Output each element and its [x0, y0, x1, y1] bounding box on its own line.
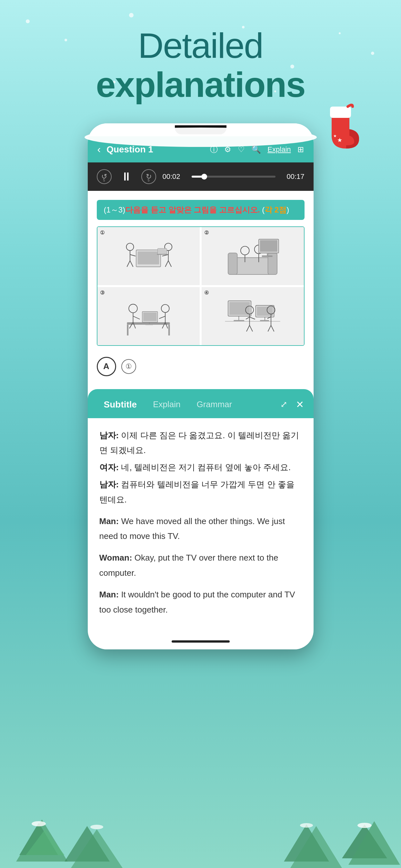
- svg-point-5: [127, 243, 134, 251]
- svg-rect-32: [143, 312, 157, 321]
- svg-line-9: [130, 260, 133, 267]
- svg-point-74: [32, 821, 46, 826]
- svg-rect-18: [228, 253, 237, 275]
- image-cell-4[interactable]: ④: [202, 287, 304, 345]
- svg-line-58: [246, 325, 250, 331]
- svg-rect-25: [260, 240, 277, 252]
- korean-line-1: 남자: 이제 다른 짐은 다 옮겼고요. 이 텔레비전만 옮기면 되겠네요.: [99, 428, 302, 458]
- title-thin: Detailed: [19, 26, 382, 65]
- svg-line-59: [250, 325, 253, 331]
- cell-num-1: ①: [100, 229, 104, 236]
- subtitle-content: 남자: 이제 다른 짐은 다 옮겼고요. 이 텔레비전만 옮기면 되겠네요. 여…: [88, 418, 313, 633]
- korean-line-2: 여자: 네, 텔레비전은 저기 컴퓨터 옆에 놓아 주세요.: [99, 460, 302, 475]
- svg-point-75: [90, 825, 103, 829]
- svg-line-42: [159, 316, 165, 319]
- tab-subtitle[interactable]: Subtitle: [97, 397, 143, 412]
- svg-line-64: [271, 325, 274, 331]
- svg-line-63: [268, 325, 271, 331]
- answer-letter-badge: A: [97, 357, 116, 376]
- audio-bar: ↺ 5 ⏸ ↻ 5 00:02 00:17: [88, 162, 313, 191]
- image-cell-1[interactable]: ①: [97, 227, 200, 285]
- back-button[interactable]: ‹: [97, 144, 101, 155]
- cell-num-2: ②: [204, 229, 209, 236]
- image-cell-2[interactable]: ②: [202, 227, 304, 285]
- svg-rect-30: [168, 324, 170, 335]
- pause-button[interactable]: ⏸: [118, 168, 135, 185]
- trees-background: [0, 765, 401, 868]
- svg-point-20: [241, 246, 249, 255]
- svg-rect-15: [158, 248, 167, 254]
- content-area: (1～3)다음을 듣고 알맞은 그림을 고르십시오. (각 2점) ①: [88, 191, 313, 386]
- question-pts: (각 2점): [260, 206, 289, 214]
- question-range: (1～3): [104, 206, 126, 214]
- svg-rect-27: [262, 255, 273, 257]
- question-header: (1～3)다음을 듣고 알맞은 그림을 고르십시오. (각 2점): [97, 200, 305, 220]
- grid-icon[interactable]: ⊞: [297, 145, 304, 154]
- phone: ‹ Question 1 ⓘ ⚙ ♡ 🔍 Explain ⊞ ↺ 5 ⏸ ↻ 5: [88, 123, 313, 649]
- image-grid: ①: [97, 226, 305, 346]
- svg-point-76: [300, 823, 313, 828]
- current-time: 00:02: [163, 173, 185, 181]
- svg-rect-0: [330, 106, 351, 118]
- progress-dot: [201, 174, 207, 180]
- rewind-button[interactable]: ↺ 5: [97, 169, 112, 184]
- question-highlight: 다음을 듣고 알맞은 그림을 고르십시오.: [125, 206, 260, 214]
- christmas-stocking: ★ ★: [317, 103, 362, 155]
- cell-num-4: ④: [204, 290, 209, 296]
- svg-point-35: [129, 304, 137, 313]
- phone-wrapper: ‹ Question 1 ⓘ ⚙ ♡ 🔍 Explain ⊞ ↺ 5 ⏸ ↻ 5: [0, 123, 401, 649]
- svg-rect-4: [138, 251, 159, 264]
- close-button[interactable]: ✕: [296, 399, 304, 410]
- svg-rect-50: [257, 306, 273, 316]
- header-section: Detailed explanations: [0, 0, 401, 117]
- english-line-3: Man: It wouldn't be good to put the comp…: [99, 587, 302, 617]
- bottom-tabs: Subtitle Explain Grammar ⤢ ✕: [88, 389, 313, 418]
- bottom-panel: Subtitle Explain Grammar ⤢ ✕ 남자: 이제 다른 짐…: [88, 389, 313, 633]
- title-bold: explanations: [19, 65, 382, 104]
- tab-grammar[interactable]: Grammar: [190, 397, 238, 412]
- explain-button[interactable]: Explain: [267, 145, 291, 154]
- forward-button[interactable]: ↻ 5: [141, 169, 156, 184]
- svg-line-56: [246, 317, 249, 319]
- svg-text:★: ★: [337, 137, 342, 144]
- svg-line-57: [250, 317, 255, 319]
- audio-progress-bar[interactable]: [192, 176, 275, 178]
- svg-rect-34: [145, 324, 153, 325]
- svg-line-7: [130, 254, 135, 256]
- tab-explain[interactable]: Explain: [146, 397, 187, 412]
- search-icon[interactable]: 🔍: [251, 145, 261, 154]
- svg-rect-29: [127, 324, 129, 335]
- svg-line-37: [133, 316, 140, 319]
- korean-line-3: 남자: 컴퓨터와 텔레비전을 너무 가깝게 두면 안 좋을 텐데요.: [99, 477, 302, 507]
- svg-point-77: [358, 823, 372, 828]
- answer-row: A ①: [97, 353, 305, 379]
- image-cell-3[interactable]: ③: [97, 287, 200, 345]
- phone-bottom: [88, 633, 313, 649]
- english-line-1: Man: We have moved all the other things.…: [99, 514, 302, 544]
- svg-point-40: [161, 304, 169, 312]
- pause-icon: ⏸: [121, 170, 132, 183]
- total-time: 00:17: [282, 173, 305, 181]
- answer-num-badge: ①: [121, 359, 136, 374]
- svg-rect-16: [157, 254, 167, 255]
- svg-line-14: [168, 260, 172, 267]
- english-line-2: Woman: Okay, put the TV over there next …: [99, 550, 302, 581]
- svg-line-8: [127, 260, 130, 267]
- svg-line-13: [165, 260, 168, 267]
- expand-icon[interactable]: ⤢: [280, 399, 288, 409]
- home-indicator: [172, 640, 230, 643]
- svg-text:★: ★: [333, 134, 337, 138]
- cell-num-3: ③: [100, 290, 104, 296]
